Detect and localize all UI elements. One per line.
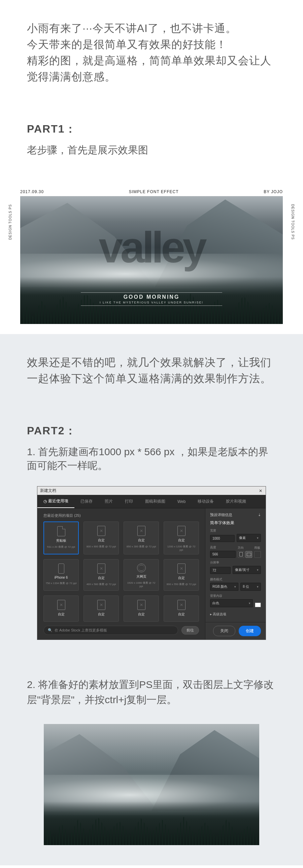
preset-dim: 1200 x 1200 像素 @ 72 ppi <box>165 545 197 551</box>
intro-line1: 小雨有来了···今天不讲AI了，也不讲卡通。 <box>27 20 276 36</box>
hero-author: BY JOJO <box>264 189 283 194</box>
preset-name: 自定 <box>58 612 65 617</box>
preset-name: 大网页 <box>137 574 147 579</box>
create-button[interactable]: 创建 <box>239 626 261 636</box>
hero-side-right: DESIGN TOOLS PS <box>291 204 295 240</box>
phone-icon <box>58 563 64 574</box>
preset-name: 自定 <box>178 576 185 580</box>
width-label: 宽度 <box>210 529 261 533</box>
cancel-button[interactable]: 关闭 <box>213 626 235 636</box>
unit-select[interactable]: 像素▾ <box>237 534 261 542</box>
intro-line3: 精彩的图，就是高逼格，简简单单效果却又会让人觉得满满创意感。 <box>27 53 276 85</box>
preset-card[interactable]: 自定 <box>124 595 159 622</box>
advanced-toggle[interactable]: ▸ 高级选项 <box>210 612 261 617</box>
bg-label: 背景内容 <box>210 594 261 598</box>
tab-recent[interactable]: ◷最近使用项 <box>37 495 74 508</box>
preset-name: 自定 <box>98 576 105 580</box>
hero-caption: GOOD MORNING I LIKE THE MYSTERIOUS VALLE… <box>81 291 222 307</box>
preset-name: 自定 <box>178 612 185 617</box>
preset-card[interactable]: 自定 <box>43 595 79 622</box>
placeholder-icon <box>138 526 146 536</box>
tab-art[interactable]: 图稿和插图 <box>139 495 171 508</box>
tab-photo[interactable]: 照片 <box>99 495 119 508</box>
preset-name: 自定 <box>138 612 145 617</box>
bit-select[interactable]: 8 位▾ <box>240 583 261 591</box>
go-button[interactable]: 前往 <box>181 626 199 634</box>
res-input[interactable]: 72 <box>210 567 231 574</box>
preset-card[interactable]: 剪贴板531 x 20 像素 @ 72 ppi <box>43 522 79 554</box>
fold-icon <box>57 526 65 536</box>
color-mode-select[interactable]: RGB 颜色▾ <box>210 583 238 591</box>
hero-date: 2017.09.30 <box>20 189 44 194</box>
preset-card[interactable]: 自定850 x 300 像素 @ 72 ppi <box>124 522 159 554</box>
preset-dim: 531 x 20 像素 @ 72 ppi <box>47 545 75 549</box>
placeholder-icon <box>97 526 105 536</box>
part1-subtitle: 老步骤，首先是展示效果图 <box>27 143 276 157</box>
preset-dim: 800 x 550 像素 @ 72 ppi <box>166 582 196 586</box>
search-icon: 🔍 <box>48 628 53 632</box>
preset-dim: 850 x 300 像素 @ 72 ppi <box>127 545 156 548</box>
intro-section: 小雨有来了···今天不讲AI了，也不讲卡通。 今天带来的是很简单又有效果的好技能… <box>0 0 303 187</box>
preset-dim: 1920 x 1080 像素 @ 72 ppi <box>125 581 157 588</box>
preset-card[interactable]: 自定1200 x 1200 像素 @ 72 ppi <box>163 522 199 554</box>
tab-mobile[interactable]: 移动设备 <box>191 495 220 508</box>
preset-card[interactable]: iPhone 6750 x 1334 像素 @ 72 ppi <box>43 559 79 591</box>
preset-name: 自定 <box>138 538 145 542</box>
detail-panel: 预设详细信息 ⇣ 简单字体效果 宽度 1000 像素▾ 高度 566 <box>205 508 266 640</box>
preset-card[interactable]: 自定 <box>84 595 119 622</box>
preset-card[interactable]: 大网页1920 x 1080 像素 @ 72 ppi <box>124 559 159 591</box>
clock-icon: ◷ <box>43 499 47 504</box>
artboard-checkbox[interactable] <box>254 551 261 558</box>
orient-landscape[interactable] <box>245 551 252 558</box>
res-label: 分辨率 <box>210 560 261 565</box>
preset-name[interactable]: 简单字体效果 <box>210 520 261 526</box>
preset-dim: 469 x 580 像素 @ 72 ppi <box>87 582 116 586</box>
bg-select[interactable]: 白色▾ <box>210 599 253 607</box>
stock-search-input[interactable]: 🔍 在 Adobe Stock 上查找更多模板 <box>43 626 178 635</box>
hero-word: valley <box>99 222 204 273</box>
hero-figure: DESIGN TOOLS PS DESIGN TOOLS PS 2017.09.… <box>0 187 303 324</box>
preset-area: 您最近使用的项目 (25) 剪贴板531 x 20 像素 @ 72 ppi自定8… <box>37 508 205 640</box>
preset-name: 自定 <box>98 538 105 542</box>
material-image <box>44 724 259 845</box>
height-label: 高度 <box>210 545 236 550</box>
preset-name: 自定 <box>178 538 185 542</box>
recent-label: 您最近使用的项目 (25) <box>43 513 199 518</box>
bg-swatch[interactable] <box>255 602 261 607</box>
detail-header-label: 预设详细信息 <box>210 513 232 518</box>
tab-film[interactable]: 胶片和视频 <box>220 495 252 508</box>
part1-title: PART1： <box>27 122 276 136</box>
preset-card[interactable]: 自定800 x 550 像素 @ 72 ppi <box>163 559 199 591</box>
hero-caption-sub: I LIKE THE MYSTERIOUS VALLEY UNDER SUNRI… <box>81 301 222 304</box>
res-unit-select[interactable]: 像素/英寸▾ <box>233 566 261 574</box>
color-label: 颜色模式 <box>210 577 261 582</box>
hero-side-left: DESIGN TOOLS PS <box>8 204 12 240</box>
globe-icon <box>137 563 146 572</box>
preset-card[interactable]: 自定469 x 580 像素 @ 72 ppi <box>84 559 119 591</box>
preset-name: iPhone 6 <box>55 576 68 579</box>
placeholder-icon <box>138 600 146 610</box>
width-input[interactable]: 1000 <box>210 535 235 542</box>
save-preset-icon[interactable]: ⇣ <box>258 513 261 517</box>
placeholder-icon <box>177 526 185 536</box>
tab-web[interactable]: Web <box>171 495 191 508</box>
preset-dim: 750 x 1334 像素 @ 72 ppi <box>46 581 77 585</box>
placeholder-icon <box>97 600 105 610</box>
tab-print[interactable]: 打印 <box>119 495 139 508</box>
placeholder-icon <box>177 600 185 610</box>
step2-text: 2. 将准备好的素材放置到PS里面，双击图层上文字修改层"背景层"，并按ctrl… <box>27 677 276 707</box>
dialog-titlebar[interactable]: 新建文档 ✕ <box>37 487 266 495</box>
hero-caption-title: GOOD MORNING <box>81 294 222 300</box>
orient-portrait[interactable] <box>238 551 244 558</box>
step1-text: 1. 首先新建画布1000 px * 566 px ，如果是老版本的界面可能不一… <box>27 445 276 473</box>
placeholder-icon <box>57 600 65 610</box>
intro-line2: 今天带来的是很简单又有效果的好技能！ <box>27 36 276 53</box>
orient-label: 方向 <box>238 546 252 550</box>
preset-card[interactable]: 自定 <box>163 595 199 622</box>
preset-dim: 800 x 800 像素 @ 72 ppi <box>87 545 116 548</box>
tab-saved[interactable]: 已保存 <box>74 495 99 508</box>
close-icon[interactable]: ✕ <box>258 489 263 493</box>
new-document-dialog: 新建文档 ✕ ◷最近使用项 已保存 照片 打印 图稿和插图 Web 移动设备 胶… <box>37 486 266 640</box>
height-input[interactable]: 566 <box>210 551 236 558</box>
preset-card[interactable]: 自定800 x 800 像素 @ 72 ppi <box>84 522 119 554</box>
